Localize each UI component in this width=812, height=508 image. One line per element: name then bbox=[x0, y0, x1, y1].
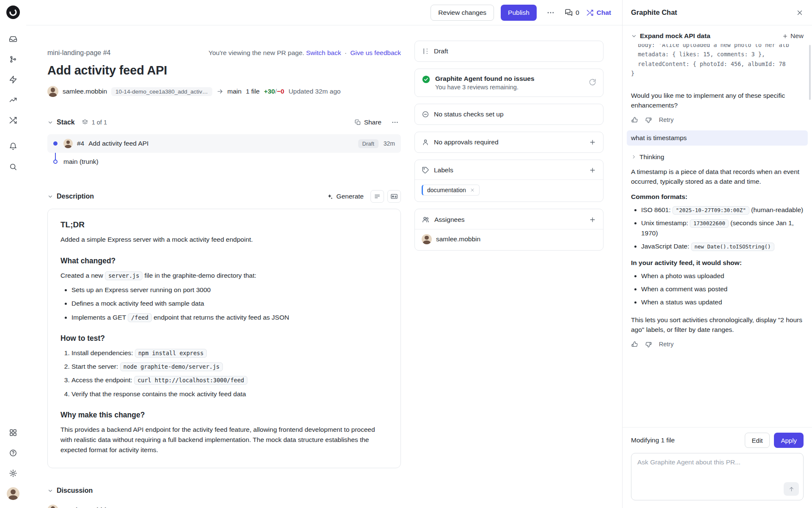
close-chat-button[interactable] bbox=[796, 9, 804, 17]
chevron-down-icon[interactable] bbox=[47, 193, 53, 199]
author-avatar bbox=[47, 86, 58, 97]
arrow-right-icon bbox=[217, 88, 223, 95]
rich-text-view-button[interactable] bbox=[370, 190, 384, 203]
stack-dot-icon bbox=[53, 141, 58, 146]
comments-button[interactable]: 0 bbox=[565, 8, 579, 17]
publish-button[interactable]: Publish bbox=[501, 5, 537, 21]
review-changes-button[interactable]: Review changes bbox=[431, 5, 494, 21]
switch-back-link[interactable]: Switch back bbox=[306, 49, 341, 56]
stack-item-avatar bbox=[63, 139, 73, 148]
target-branch[interactable]: main bbox=[228, 88, 242, 95]
apply-button[interactable]: Apply bbox=[774, 433, 804, 448]
inline-code: /feed bbox=[128, 313, 152, 322]
refresh-icon bbox=[589, 78, 596, 86]
sidebar-item-inbox[interactable] bbox=[4, 30, 22, 48]
sidebar-item-merge-queue[interactable] bbox=[4, 111, 22, 129]
edit-button[interactable]: Edit bbox=[745, 433, 770, 448]
sidebar-item-automations[interactable] bbox=[4, 71, 22, 88]
more-horizontal-icon bbox=[391, 119, 399, 126]
code-line: } bbox=[631, 69, 804, 78]
retry-button[interactable]: Retry bbox=[659, 116, 674, 123]
chevron-down-icon[interactable] bbox=[47, 488, 53, 494]
chevron-down-icon[interactable] bbox=[631, 33, 637, 39]
inline-code: npm install express bbox=[135, 349, 207, 358]
add-assignee-button[interactable] bbox=[589, 216, 596, 224]
check-circle-icon bbox=[422, 75, 431, 84]
person-icon bbox=[422, 138, 429, 146]
additions: +30 bbox=[264, 88, 275, 95]
stack-trunk-row[interactable]: main (trunk) bbox=[47, 153, 401, 171]
feed-item: When a photo was uploaded bbox=[641, 271, 804, 281]
code-line: metadata: { likes: 15, comments: 3 }, bbox=[631, 50, 804, 59]
stack-more-button[interactable] bbox=[389, 116, 401, 128]
label-chip-documentation[interactable]: documentation bbox=[422, 185, 480, 196]
sidebar-user-avatar[interactable] bbox=[4, 485, 22, 502]
stack-item-time: 32m bbox=[384, 140, 395, 147]
chat-input[interactable] bbox=[637, 458, 797, 488]
thumbs-down-icon bbox=[645, 116, 652, 124]
file-count[interactable]: 1 file bbox=[246, 88, 260, 95]
add-label-button[interactable] bbox=[589, 166, 596, 174]
discussion-header: Discussion bbox=[47, 487, 401, 494]
feedback-link[interactable]: Give us feedback bbox=[350, 49, 401, 56]
chevron-down-icon[interactable] bbox=[47, 119, 53, 125]
feed-heading: In your activity feed, it would show: bbox=[631, 259, 804, 267]
status-checks-box: No status checks set up bbox=[414, 104, 604, 125]
thumbs-down-button[interactable] bbox=[645, 341, 652, 348]
sidebar-item-apps[interactable] bbox=[4, 424, 22, 442]
labels-box: Labels documentation bbox=[414, 160, 604, 202]
sidebar-item-help[interactable] bbox=[4, 444, 22, 462]
thinking-toggle[interactable]: Thinking bbox=[631, 153, 804, 161]
deletions: −0 bbox=[277, 88, 284, 95]
assistant-question: Would you like me to implement any of th… bbox=[631, 91, 804, 110]
thumbs-up-button[interactable] bbox=[631, 341, 638, 348]
generate-label: Generate bbox=[336, 193, 364, 200]
diffstat: +30/−0 bbox=[264, 88, 284, 95]
sidebar-item-pull-requests[interactable] bbox=[4, 50, 22, 68]
feedback-row: Retry bbox=[631, 116, 804, 124]
more-options-button[interactable] bbox=[543, 6, 558, 20]
what-changed-list: Sets up an Express server running on por… bbox=[60, 285, 388, 322]
comments-icon bbox=[565, 8, 573, 17]
test-step: Install dependencies: npm install expres… bbox=[71, 348, 388, 358]
new-chat-button[interactable]: New bbox=[782, 32, 804, 40]
thumbs-up-button[interactable] bbox=[631, 116, 638, 124]
sidebar-item-search[interactable] bbox=[4, 158, 22, 176]
answer-intro: A timestamp is a piece of data that reco… bbox=[631, 167, 804, 187]
add-reviewer-button[interactable] bbox=[589, 138, 596, 146]
send-button[interactable] bbox=[784, 482, 799, 496]
why-heading: Why make this change? bbox=[60, 411, 388, 420]
assignees-label: Assignees bbox=[434, 216, 465, 224]
generate-button[interactable]: Generate bbox=[326, 193, 364, 200]
code-line: body: 'Alice uploaded a new photo to her… bbox=[631, 44, 804, 50]
expand-mock-data-label[interactable]: Expand mock API data bbox=[640, 32, 710, 40]
markdown-view-button[interactable] bbox=[387, 190, 401, 203]
feed-item: When a status was updated bbox=[641, 297, 804, 307]
sidebar-item-notifications[interactable] bbox=[4, 138, 22, 155]
topbar: Review changes Publish 0 Chat bbox=[26, 0, 622, 25]
sidebar-item-insights[interactable] bbox=[4, 91, 22, 109]
lightning-icon bbox=[9, 75, 17, 84]
branch-chip[interactable]: 10-14-demo_cee1a380_add_activ… bbox=[111, 87, 212, 96]
banner-text: You're viewing the new PR page. bbox=[208, 49, 304, 56]
avatar bbox=[7, 487, 19, 500]
stack-item-current[interactable]: #4 Add activity feed API Draft 32m bbox=[47, 134, 401, 153]
remove-label-button[interactable] bbox=[470, 188, 475, 193]
graphite-logo[interactable] bbox=[6, 5, 20, 19]
agent-result-subtitle: You have 3 reviews remaining. bbox=[435, 84, 584, 91]
banner-separator: · bbox=[345, 49, 347, 56]
chat-toggle-button[interactable]: Chat bbox=[586, 9, 611, 17]
repo-breadcrumb[interactable]: mini-landing-page #4 bbox=[47, 49, 110, 57]
retry-button[interactable]: Retry bbox=[659, 341, 674, 348]
trunk-dot-icon bbox=[53, 160, 58, 164]
thumbs-down-button[interactable] bbox=[645, 116, 652, 124]
label-name: documentation bbox=[427, 187, 466, 193]
share-button[interactable]: Share bbox=[354, 119, 381, 126]
draft-status-box: Draft bbox=[414, 41, 604, 62]
thumbs-down-icon bbox=[645, 341, 652, 348]
stack-header: Stack 1 of 1 Share bbox=[47, 116, 401, 128]
rerun-agent-button[interactable] bbox=[589, 78, 596, 86]
user-message: what is timestamps bbox=[627, 130, 808, 146]
chat-scrollbar[interactable] bbox=[809, 45, 811, 100]
sidebar-item-settings[interactable] bbox=[4, 464, 22, 482]
